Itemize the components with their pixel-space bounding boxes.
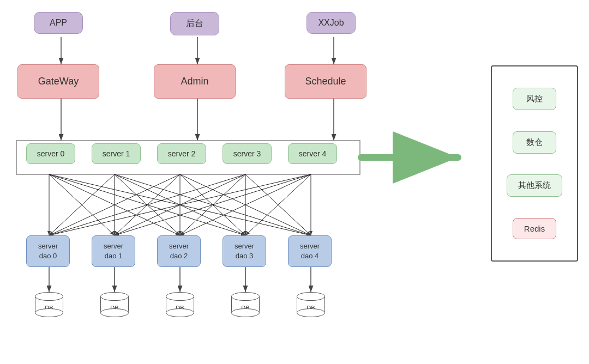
svg-line-12 xyxy=(49,174,245,235)
svg-line-31 xyxy=(180,174,311,235)
server-dao4-box: serverdao 4 xyxy=(288,235,332,267)
admin-box: Admin xyxy=(154,64,236,99)
svg-line-16 xyxy=(115,174,180,235)
gateway-box: GateWay xyxy=(17,64,99,99)
svg-line-14 xyxy=(49,174,115,235)
shucang-box: 数仓 xyxy=(513,131,556,154)
server3-box: server 3 xyxy=(223,143,272,164)
diagram-container: APP 后台 XXJob GateWay Admin Schedule serv… xyxy=(0,0,589,364)
db0: DB xyxy=(35,292,63,317)
db2: DB xyxy=(166,292,194,317)
svg-line-24 xyxy=(49,174,245,235)
redis-box: Redis xyxy=(513,218,556,239)
fengkong-box: 风控 xyxy=(513,88,556,110)
svg-line-20 xyxy=(115,174,180,235)
db4: DB xyxy=(297,292,325,317)
other-systems-box: 其他系统 xyxy=(507,174,562,197)
server-dao0-box: serverdao 0 xyxy=(26,235,70,267)
xxjob-box: XXJob xyxy=(306,12,356,34)
svg-line-11 xyxy=(49,174,180,235)
server-dao3-box: serverdao 3 xyxy=(223,235,266,267)
svg-line-22 xyxy=(180,174,245,235)
svg-line-17 xyxy=(115,174,245,235)
db3: DB xyxy=(231,292,260,317)
svg-line-29 xyxy=(49,174,311,235)
svg-line-18 xyxy=(115,174,311,235)
svg-line-13 xyxy=(49,174,311,235)
schedule-box: Schedule xyxy=(285,64,366,99)
svg-line-25 xyxy=(115,174,245,235)
svg-line-32 xyxy=(245,174,311,235)
svg-line-23 xyxy=(180,174,311,235)
svg-line-10 xyxy=(49,174,115,235)
svg-line-30 xyxy=(115,174,311,235)
svg-line-26 xyxy=(180,174,245,235)
server4-box: server 4 xyxy=(288,143,337,164)
svg-line-19 xyxy=(49,174,180,235)
svg-line-28 xyxy=(245,174,311,235)
backend-box: 后台 xyxy=(170,12,219,35)
server2-box: server 2 xyxy=(157,143,206,164)
right-panel: 风控 数仓 其他系统 Redis xyxy=(491,65,578,262)
server-dao1-box: serverdao 1 xyxy=(92,235,135,267)
server1-box: server 1 xyxy=(92,143,141,164)
db1: DB xyxy=(100,292,129,317)
server0-box: server 0 xyxy=(26,143,75,164)
server-dao2-box: serverdao 2 xyxy=(157,235,201,267)
app-box: APP xyxy=(34,12,83,34)
